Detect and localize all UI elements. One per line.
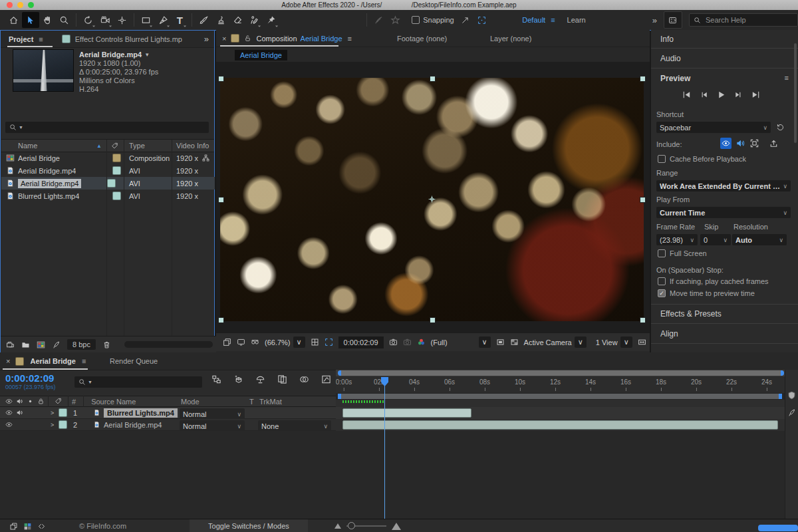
search-options-icon[interactable]: ▼ bbox=[88, 380, 92, 384]
layer-audio-icon[interactable] bbox=[16, 409, 23, 416]
label-color-swatch[interactable] bbox=[112, 192, 121, 200]
zoom-out-mountain-icon[interactable] bbox=[334, 523, 341, 529]
close-tab-icon[interactable]: × bbox=[6, 357, 10, 365]
panel-info[interactable]: Info bbox=[660, 35, 674, 44]
last-frame-button[interactable] bbox=[751, 90, 761, 100]
track-matte-dropdown[interactable]: None∨ bbox=[258, 420, 331, 432]
in-out-columns-icon[interactable] bbox=[37, 522, 46, 531]
project-row-selected[interactable]: Aerial Bridge.mp4 AVI 1920 x bbox=[1, 177, 215, 190]
toggle-switches-button[interactable]: Toggle Switches / Modes bbox=[190, 519, 308, 532]
trash-icon[interactable] bbox=[102, 340, 111, 349]
work-area-end-handle[interactable] bbox=[779, 394, 782, 399]
skip-dropdown[interactable]: 0∨ bbox=[700, 234, 731, 245]
selection-handle[interactable] bbox=[640, 197, 646, 203]
panel-align[interactable]: Align bbox=[660, 329, 678, 338]
tab-render-queue[interactable]: Render Queue bbox=[110, 357, 158, 365]
eraser-tool-icon[interactable] bbox=[229, 12, 246, 28]
right-panel-scrollbar[interactable] bbox=[794, 43, 797, 143]
blend-mode-dropdown[interactable]: Normal∨ bbox=[180, 420, 245, 432]
cache-before-playback-option[interactable]: Cache Before Playback bbox=[658, 155, 746, 163]
hand-tool-icon[interactable] bbox=[39, 12, 56, 28]
tab-timeline-comp[interactable]: Aerial Bridge bbox=[30, 357, 75, 365]
project-row[interactable]: Aerial Bridge.mp4 AVI 1920 x bbox=[1, 164, 215, 177]
view-layout-dropdown[interactable]: 1 View ∨ bbox=[596, 336, 632, 348]
work-area-start-handle[interactable] bbox=[338, 394, 341, 399]
project-panel-menu-icon[interactable]: ≡ bbox=[39, 35, 43, 43]
preview-panel-menu-icon[interactable]: ≡ bbox=[785, 74, 789, 82]
column-trkmat[interactable]: TrkMat bbox=[259, 398, 282, 406]
share-icon[interactable] bbox=[769, 138, 779, 148]
workspace-default-tab[interactable]: Default bbox=[522, 16, 545, 24]
range-dropdown[interactable]: Work Area Extended By Current …∨ bbox=[656, 180, 791, 192]
lock-open-icon[interactable] bbox=[244, 35, 251, 42]
pan-behind-tool-icon[interactable] bbox=[114, 12, 130, 28]
hide-shy-layers-icon[interactable] bbox=[255, 374, 265, 384]
puppet-pin-tool-icon[interactable] bbox=[263, 12, 279, 28]
always-preview-icon[interactable] bbox=[223, 338, 231, 346]
column-type[interactable]: Type bbox=[129, 142, 145, 150]
selection-handle[interactable] bbox=[640, 76, 646, 82]
project-row[interactable]: Aerial Bridge Composition 1920 x bbox=[1, 152, 215, 164]
search-options-icon[interactable]: ▼ bbox=[19, 125, 23, 130]
selection-handle[interactable] bbox=[218, 76, 224, 82]
navigator-end-handle[interactable] bbox=[781, 370, 784, 376]
pixel-aspect-correction-icon[interactable] bbox=[638, 338, 646, 346]
blend-mode-dropdown[interactable]: Normal∨ bbox=[180, 408, 245, 420]
panel-preview[interactable]: Preview bbox=[660, 74, 690, 83]
target-region-icon[interactable] bbox=[496, 338, 505, 346]
resolution-dropdown[interactable]: (Full) ∨ bbox=[431, 336, 491, 348]
rotate-tool-icon[interactable] bbox=[80, 12, 96, 28]
transparency-grid-icon[interactable] bbox=[510, 338, 519, 346]
timeline-zoom-control[interactable] bbox=[334, 523, 401, 530]
label-color-swatch[interactable] bbox=[112, 166, 121, 175]
shape-tool-icon[interactable] bbox=[138, 12, 154, 28]
resolution-preview-dropdown[interactable]: Auto∨ bbox=[732, 234, 787, 245]
layer-row[interactable]: > 1 Blurred Lights.mp4 Normal∨ bbox=[0, 407, 336, 419]
next-frame-button[interactable] bbox=[733, 90, 743, 100]
comp-marker-icon[interactable] bbox=[787, 391, 796, 400]
motion-blur-icon[interactable] bbox=[299, 374, 309, 384]
column-t[interactable]: T bbox=[249, 398, 254, 406]
anchor-point-icon[interactable] bbox=[428, 195, 436, 203]
new-folder-icon[interactable] bbox=[21, 340, 30, 349]
workspace-learn-tab[interactable]: Learn bbox=[567, 16, 586, 24]
roto-brush-tool-icon[interactable] bbox=[246, 12, 263, 28]
active-camera-dropdown[interactable]: Active Camera ∨ bbox=[524, 336, 587, 348]
project-settings-icon[interactable] bbox=[52, 340, 61, 349]
tab-footage[interactable]: Footage (none) bbox=[397, 35, 447, 43]
tab-composition-label[interactable]: Composition bbox=[256, 35, 297, 43]
comp-image[interactable] bbox=[220, 78, 644, 321]
project-row[interactable]: Blurred Lights.mp4 AVI 1920 x bbox=[1, 190, 215, 202]
twirl-icon[interactable]: > bbox=[51, 422, 54, 428]
layer-row[interactable]: > 2 Aerial Bridge.mp4 Normal∨ None∨ bbox=[0, 419, 336, 431]
channels-icon[interactable] bbox=[417, 338, 426, 346]
play-button[interactable] bbox=[716, 90, 726, 100]
full-screen-option[interactable]: Full Screen bbox=[658, 249, 707, 257]
time-ruler[interactable]: 0:00s 02s 04s 06s 08s 10s 12s 14s 16s 18… bbox=[336, 376, 798, 394]
cache-before-playback-checkbox[interactable] bbox=[658, 155, 666, 163]
workspace-switcher-icon[interactable] bbox=[664, 11, 682, 29]
column-mode[interactable]: Mode bbox=[181, 398, 200, 406]
frame-rate-dropdown[interactable]: (23.98)∨ bbox=[656, 234, 698, 245]
reset-icon[interactable] bbox=[776, 123, 785, 132]
solo-column-icon[interactable] bbox=[27, 398, 34, 405]
timeline-panel-menu-icon[interactable]: ≡ bbox=[82, 357, 86, 365]
brush-tool-icon[interactable] bbox=[196, 12, 212, 28]
column-number[interactable]: # bbox=[72, 398, 76, 406]
layer-visibility-icon[interactable] bbox=[5, 421, 13, 428]
snapping-checkbox[interactable] bbox=[412, 16, 420, 24]
new-composition-icon[interactable] bbox=[37, 340, 45, 349]
column-name[interactable]: Name bbox=[18, 142, 37, 150]
layer-visibility-icon[interactable] bbox=[5, 409, 13, 416]
playhead-line[interactable] bbox=[384, 386, 385, 519]
layer-color-swatch[interactable] bbox=[59, 420, 67, 429]
layer-name-selected[interactable]: Blurred Lights.mp4 bbox=[104, 408, 178, 418]
comp-viewer[interactable] bbox=[216, 62, 650, 332]
snapping-control[interactable]: Snapping bbox=[412, 16, 454, 24]
panel-audio[interactable]: Audio bbox=[660, 54, 681, 63]
column-video-info[interactable]: Video Info bbox=[176, 142, 209, 150]
magnification-dropdown[interactable]: (66.7%) ∨ bbox=[265, 336, 305, 348]
full-screen-checkbox[interactable] bbox=[658, 249, 666, 257]
interpret-footage-icon[interactable] bbox=[6, 340, 15, 349]
shortcut-dropdown[interactable]: Spacebar∨ bbox=[656, 122, 771, 133]
